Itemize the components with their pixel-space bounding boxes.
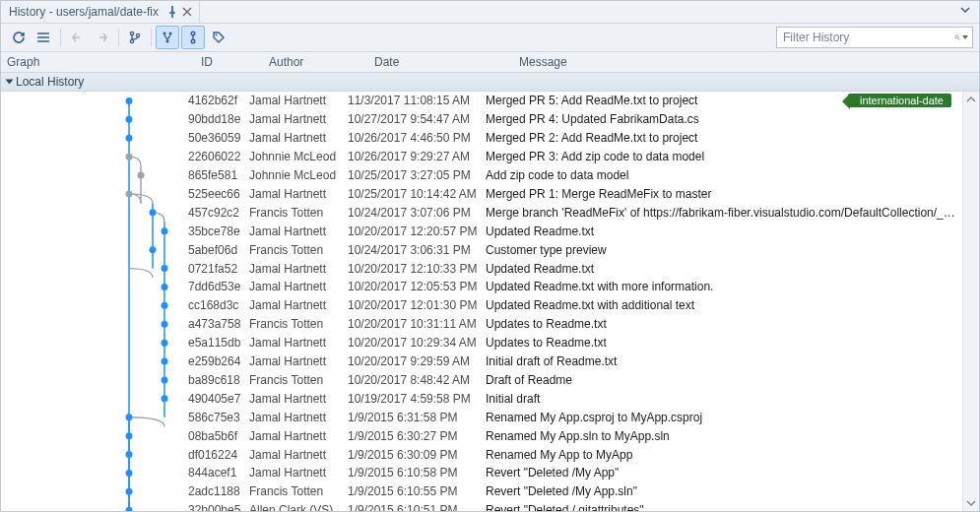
graph-cell	[1, 166, 188, 185]
commit-date: 10/20/2017 10:29:34 AM	[348, 336, 486, 350]
svg-point-1	[37, 36, 39, 38]
commit-row[interactable]: e259b264Jamal Hartnett10/20/2017 9:29:59…	[1, 352, 963, 371]
branch-tag[interactable]: international-date	[848, 94, 951, 107]
commit-row[interactable]: 5abef06dFrancis Totten10/24/2017 3:06:31…	[1, 240, 963, 259]
svg-point-9	[191, 32, 195, 35]
svg-point-11	[216, 34, 218, 36]
commit-message: Updated Readme.txt with more information…	[486, 280, 963, 293]
graph-cell	[1, 482, 188, 501]
commit-id: 35bce78e	[188, 224, 249, 238]
commit-message: Renamed My App.csproj to MyApp.csproj	[486, 411, 963, 424]
svg-point-0	[37, 32, 39, 34]
graph-cell	[1, 222, 188, 240]
commit-row[interactable]: e5a115dbJamal Hartnett10/20/2017 10:29:3…	[1, 334, 963, 352]
detailed-view-button[interactable]	[33, 26, 56, 49]
commit-author: Johnnie McLeod	[249, 168, 348, 182]
window-menu-icon[interactable]	[959, 4, 973, 18]
commit-row[interactable]: 7dd6d53eJamal Hartnett10/20/2017 12:05:5…	[1, 278, 963, 296]
commit-message: Add zip code to data model	[486, 168, 963, 182]
svg-point-10	[191, 39, 195, 43]
commit-id: 490405e7	[188, 392, 249, 406]
history-window: History - users/jamal/date-fix	[0, 0, 980, 512]
graph-cell	[1, 148, 188, 166]
commit-date: 1/9/2015 6:10:58 PM	[348, 466, 486, 480]
col-graph[interactable]: Graph	[1, 55, 195, 69]
scroll-up-icon[interactable]	[966, 95, 976, 104]
commit-row[interactable]: 490405e7Jamal Hartnett10/19/2017 4:59:58…	[1, 389, 963, 408]
commit-id: 90bdd18e	[188, 112, 249, 126]
history-tab[interactable]: History - users/jamal/date-fix	[1, 1, 200, 23]
column-header-row: Graph ID Author Date Message	[1, 52, 979, 73]
commit-author: Jamal Hartnett	[249, 411, 348, 424]
commit-author: Francis Totten	[249, 317, 348, 331]
commit-message: Merged PR 2: Add ReadMe.txt to project	[486, 131, 963, 145]
commit-date: 10/20/2017 9:29:59 AM	[348, 354, 486, 368]
commit-row[interactable]: cc168d3cJamal Hartnett10/20/2017 12:01:3…	[1, 296, 963, 315]
commit-id: 08ba5b6f	[188, 429, 249, 443]
commit-row[interactable]: 35bce78eJamal Hartnett10/20/2017 12:20:5…	[1, 222, 963, 240]
commit-date: 10/24/2017 3:06:31 PM	[348, 243, 486, 257]
commit-message: Revert "Deleted /.gitattributes"	[486, 503, 963, 511]
commit-message: Revert "Deleted /My App"	[486, 466, 963, 480]
commit-row[interactable]: a473a758Francis Totten10/20/2017 10:31:1…	[1, 315, 963, 334]
scroll-down-icon[interactable]	[966, 498, 976, 508]
nav-forward-button[interactable]	[91, 26, 114, 49]
graph-cell	[1, 352, 188, 371]
new-branch-button[interactable]	[123, 26, 147, 49]
commit-author: Jamal Hartnett	[249, 298, 348, 312]
commit-row[interactable]: 525eec66Jamal Hartnett10/25/2017 10:14:4…	[1, 185, 963, 204]
commit-row[interactable]: 32b00be5Allen Clark (VS)1/9/2015 6:10:51…	[1, 501, 963, 511]
tab-title: History - users/jamal/date-fix	[9, 5, 159, 19]
close-tab-icon[interactable]	[182, 7, 193, 18]
filter-history-box[interactable]	[776, 27, 973, 48]
commit-date: 1/9/2015 6:30:27 PM	[348, 429, 486, 443]
commit-row[interactable]: 4162b62fJamal Hartnett11/3/2017 11:08:15…	[1, 92, 963, 110]
commit-row[interactable]: 2adc1188Francis Totten1/9/2015 6:10:55 P…	[1, 482, 963, 501]
commit-row[interactable]: 865fe581Johnnie McLeod10/25/2017 3:27:05…	[1, 166, 963, 185]
nav-back-button[interactable]	[65, 26, 89, 49]
commit-row[interactable]: 586c75e3Jamal Hartnett1/9/2015 6:31:58 P…	[1, 408, 963, 426]
commit-author: Francis Totten	[249, 484, 348, 498]
col-id[interactable]: ID	[195, 55, 263, 69]
commit-author: Francis Totten	[249, 243, 348, 257]
commit-row[interactable]: 844acef1Jamal Hartnett1/9/2015 6:10:58 P…	[1, 464, 963, 482]
commit-id: 50e36059	[188, 131, 249, 145]
commit-row[interactable]: df016224Jamal Hartnett1/9/2015 6:30:09 P…	[1, 445, 963, 464]
commit-id: 844acef1	[188, 466, 249, 480]
graph-cell	[1, 92, 188, 110]
svg-point-7	[169, 32, 172, 35]
commit-id: 457c92c2	[188, 206, 249, 220]
commit-row[interactable]: 457c92c2Francis Totten10/24/2017 3:07:06…	[1, 203, 963, 222]
col-author[interactable]: Author	[263, 55, 368, 69]
commit-message: Merged PR 3: Add zip code to data model	[486, 150, 963, 163]
toolbar-separator	[151, 29, 152, 46]
commit-row[interactable]: ba89c618Francis Totten10/20/2017 8:48:42…	[1, 371, 963, 390]
simple-graph-button[interactable]	[181, 26, 205, 49]
expand-icon	[6, 80, 14, 85]
chevron-down-icon[interactable]	[962, 35, 968, 39]
show-tags-button[interactable]	[207, 26, 230, 49]
col-date[interactable]: Date	[368, 55, 513, 69]
commit-row[interactable]: 90bdd18eJamal Hartnett10/27/2017 9:54:47…	[1, 110, 963, 129]
graph-cell	[1, 445, 188, 464]
full-graph-button[interactable]	[156, 26, 179, 49]
col-message[interactable]: Message	[513, 55, 979, 69]
pin-icon[interactable]	[166, 6, 178, 18]
commit-message: Merge branch 'ReadMeFix' of https://fabr…	[486, 206, 963, 220]
commit-author: Jamal Hartnett	[249, 224, 348, 238]
commit-author: Jamal Hartnett	[249, 131, 348, 145]
vertical-scrollbar[interactable]	[962, 92, 979, 511]
commit-row[interactable]: 50e36059Jamal Hartnett10/26/2017 4:46:50…	[1, 129, 963, 148]
commit-id: cc168d3c	[188, 298, 249, 312]
commit-row[interactable]: 08ba5b6fJamal Hartnett1/9/2015 6:30:27 P…	[1, 426, 963, 445]
filter-history-input[interactable]	[781, 30, 954, 45]
commit-id: df016224	[188, 448, 249, 462]
svg-point-5	[136, 33, 139, 36]
search-icon[interactable]	[954, 31, 968, 44]
refresh-button[interactable]	[7, 26, 31, 49]
graph-cell	[1, 426, 188, 445]
commit-row[interactable]: 22606022Johnnie McLeod10/26/2017 9:29:27…	[1, 148, 963, 166]
group-local-history[interactable]: Local History	[1, 73, 979, 92]
commit-row[interactable]: 0721fa52Jamal Hartnett10/20/2017 12:10:3…	[1, 259, 963, 278]
commit-date: 1/9/2015 6:10:55 PM	[348, 484, 486, 498]
